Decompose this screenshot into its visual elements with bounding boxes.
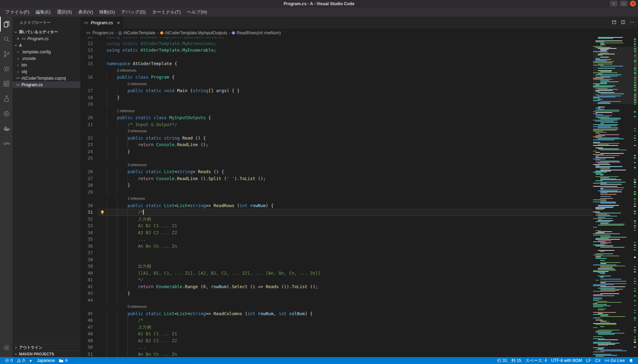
qiita-icon[interactable]: Qiita: [0, 136, 12, 151]
menu-item[interactable]: 表示(V): [75, 8, 96, 16]
menu-item[interactable]: ヘルプ(H): [184, 8, 210, 16]
tree-folder-.template.config[interactable]: ›.template.config: [12, 48, 80, 55]
code-line[interactable]: 42return Enumerable.Range (0, rowNum).Se…: [80, 283, 593, 290]
code-line[interactable]: 23return Console.ReadLine ();: [80, 141, 593, 148]
codelens-label[interactable]: 0 references: [117, 67, 136, 74]
test-beaker-icon[interactable]: [0, 91, 12, 106]
codelens-row[interactable]: 1 reference: [80, 195, 593, 202]
code-line[interactable]: 45public static List<List<string>> ReadC…: [80, 310, 593, 317]
code-line[interactable]: 40[[A1, B1, C1, ... Z1], [A2, B2, C2, ..…: [80, 270, 593, 277]
problems-warnings[interactable]: 0: [15, 357, 27, 364]
settings-gear-icon[interactable]: [0, 340, 12, 355]
codelens-row[interactable]: 3 references: [80, 162, 593, 169]
breadcrumb-item[interactable]: {}AtCoderTemplate: [118, 30, 156, 35]
minimize-button[interactable]: −: [610, 1, 618, 7]
tree-folder-bin[interactable]: ›bin: [12, 62, 80, 68]
sidebar-section-header[interactable]: ›アウトライン: [12, 344, 80, 350]
code-line[interactable]: 49A2 B2 C2 ... Z2: [80, 337, 593, 344]
close-button[interactable]: ×: [630, 1, 636, 7]
codelens-label[interactable]: 3 references: [127, 162, 147, 169]
codelens-row[interactable]: 1 reference: [80, 108, 593, 115]
folder-section-header[interactable]: › A: [12, 42, 80, 48]
code-line[interactable]: 25: [80, 155, 593, 162]
code-line[interactable]: 36An Bn Cn ... Zn: [80, 243, 593, 250]
extensions-icon[interactable]: [0, 76, 12, 91]
code-line[interactable]: 13using static AtCoderTemplate.MyEnumera…: [80, 47, 593, 54]
sidebar-section-header[interactable]: ›MAVEN PROJECTS: [12, 350, 80, 357]
code-line[interactable]: 43}: [80, 290, 593, 297]
open-editors-header[interactable]: › 開いているエディター: [12, 29, 80, 35]
tab-close-icon[interactable]: ×: [117, 20, 120, 26]
codelens-label[interactable]: 1 reference: [117, 108, 135, 115]
tree-file-Program.cs[interactable]: C#Program.cs: [12, 81, 80, 88]
close-icon[interactable]: ×: [16, 36, 20, 41]
source-control-icon[interactable]: [0, 46, 12, 61]
code-line[interactable]: 44: [80, 297, 593, 304]
code-line[interactable]: 15namespace AtCoderTemplate {: [80, 60, 593, 67]
codelens-label[interactable]: 1 reference: [127, 195, 145, 202]
menu-item[interactable]: デバッグ(D): [118, 8, 149, 16]
code-line[interactable]: 11using static AtCoderTemplate.MyDataStr…: [80, 37, 593, 40]
menu-item[interactable]: 移動(G): [96, 8, 118, 16]
code-line[interactable]: 48A1 B1 C1 ... Z1: [80, 330, 593, 337]
code-line[interactable]: 21/* Input & Output*/: [80, 121, 593, 128]
codelens-label[interactable]: 0 references: [127, 303, 147, 310]
code-line[interactable]: 27return Console.ReadLine ().Split (' ')…: [80, 175, 593, 182]
codelens-row[interactable]: 0 references: [80, 67, 593, 74]
open-preview-icon[interactable]: [612, 20, 617, 26]
code-line[interactable]: 16public class Program {: [80, 74, 593, 81]
explorer-icon[interactable]: [0, 17, 12, 32]
flame-indicator[interactable]: [27, 357, 35, 364]
code-line[interactable]: 19: [80, 101, 593, 108]
code-line[interactable]: 17public static void Main (string[] args…: [80, 87, 593, 94]
code-line[interactable]: 22public static string Read () {: [80, 135, 593, 142]
code-line[interactable]: 29: [80, 189, 593, 196]
codelens-row[interactable]: 0 references: [80, 303, 593, 310]
code-line[interactable]: 51An Bn Cn ... Zn: [80, 351, 593, 357]
notifications-bell[interactable]: [627, 357, 635, 364]
docker-icon[interactable]: [0, 121, 12, 136]
run-circle-icon[interactable]: [0, 106, 12, 121]
cursor-position[interactable]: 行 31、列 15: [495, 357, 523, 364]
code-line[interactable]: 37: [80, 249, 593, 256]
code-line[interactable]: 14: [80, 54, 593, 61]
code-line[interactable]: 47入力例: [80, 324, 593, 331]
breadcrumb-item[interactable]: ReadRows(int rowNum): [231, 30, 281, 35]
code-line[interactable]: 34A2 B2 C2 ... Z2: [80, 229, 593, 236]
ime-indicator[interactable]: Japanese: [35, 357, 57, 364]
code-editor[interactable]: 11using static AtCoderTemplate.MyDataStr…: [80, 37, 638, 357]
codelens-row[interactable]: 0 references: [80, 81, 593, 88]
tree-folder-obj[interactable]: ›obj: [12, 68, 80, 75]
code-line[interactable]: 32入力例: [80, 216, 593, 223]
debug-icon[interactable]: [0, 61, 12, 76]
code-line[interactable]: 41*/: [80, 276, 593, 283]
menu-item[interactable]: ファイル(F): [2, 8, 33, 16]
code-line[interactable]: 35...: [80, 236, 593, 243]
breadcrumb-item[interactable]: C#Program.cs: [85, 30, 114, 35]
minimap-viewport[interactable]: [593, 47, 633, 104]
menu-item[interactable]: 選択(S): [54, 8, 75, 16]
code-line[interactable]: 31/*: [80, 209, 593, 216]
code-line[interactable]: 50...: [80, 344, 593, 351]
tree-file-AtCoderTemplate.csproj[interactable]: </>AtCoderTemplate.csproj: [12, 75, 80, 81]
encoding[interactable]: UTF-8 with BOM: [549, 357, 584, 364]
lightbulb-icon[interactable]: [98, 209, 107, 216]
code-line[interactable]: 30public static List<List<string>> ReadR…: [80, 202, 593, 209]
breadcrumb-item[interactable]: AtCoderTemplate.MyInputOutputs: [160, 30, 228, 35]
workspace-indicator[interactable]: A: [57, 357, 70, 364]
codelens-row[interactable]: 3 references: [80, 128, 593, 135]
menu-item[interactable]: ターミナル(T): [149, 8, 184, 16]
open-editor-item[interactable]: ×C#Program.cs: [12, 35, 80, 42]
code-line[interactable]: 46/*: [80, 317, 593, 324]
code-line[interactable]: 39出力例: [80, 263, 593, 270]
more-actions-icon[interactable]: [630, 20, 635, 26]
code-line[interactable]: 33A1 B1 C1 ... Z1: [80, 222, 593, 229]
code-line[interactable]: 18}: [80, 94, 593, 101]
code-line[interactable]: 28}: [80, 182, 593, 189]
tree-folder-.vscode[interactable]: ›.vscode: [12, 55, 80, 62]
code-line[interactable]: 20public static class MyInputOutputs {: [80, 114, 593, 121]
split-editor-icon[interactable]: [621, 20, 626, 26]
code-line[interactable]: 24}: [80, 148, 593, 155]
search-icon[interactable]: [0, 32, 12, 46]
indentation[interactable]: スペース: 4: [523, 357, 549, 364]
